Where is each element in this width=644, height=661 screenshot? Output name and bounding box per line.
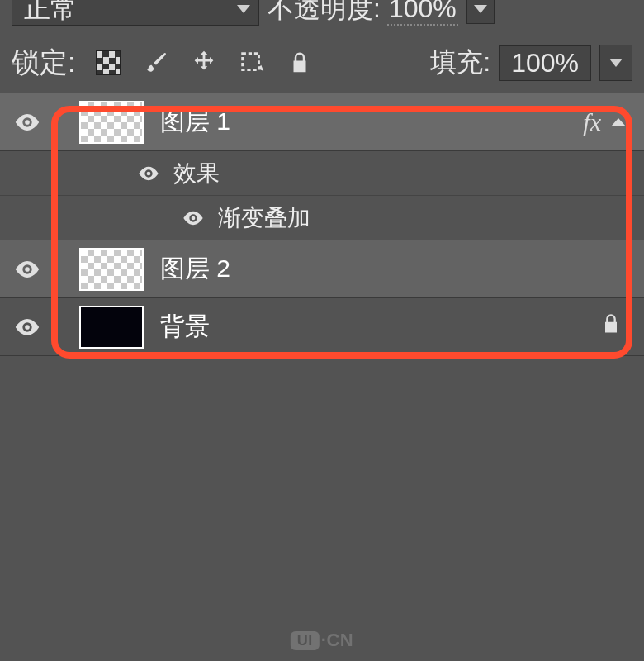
layer-row[interactable]: 背景 [0, 298, 644, 356]
layer-thumbnail[interactable] [79, 248, 144, 291]
lock-icon [287, 50, 312, 75]
effects-label: 效果 [173, 158, 220, 189]
eye-icon [13, 255, 41, 283]
lock-transparent-button[interactable] [93, 48, 123, 78]
fx-badge[interactable]: fx [583, 108, 601, 136]
artboard-icon [238, 49, 266, 77]
eye-icon [13, 313, 41, 341]
lock-artboard-button[interactable] [237, 48, 267, 78]
layer-name[interactable]: 背景 [160, 310, 599, 344]
chevron-up-icon[interactable] [611, 118, 626, 126]
effect-item-label: 渐变叠加 [218, 202, 310, 234]
layer-name[interactable]: 图层 1 [160, 105, 583, 139]
eye-icon[interactable] [182, 207, 205, 230]
brush-icon [143, 50, 169, 76]
lock-position-button[interactable] [189, 48, 219, 78]
blend-mode-dropdown[interactable]: 正常 [12, 0, 259, 26]
fill-stepper[interactable] [599, 45, 632, 81]
lock-label: 锁定: [12, 44, 75, 82]
layers-panel: 正常 不透明度: 100% 锁定: 填充: [0, 0, 644, 661]
lock-row: 锁定: 填充: 100% [0, 35, 644, 93]
layer-row[interactable]: 图层 1 fx [0, 93, 644, 151]
lock-image-button[interactable] [141, 48, 171, 78]
chevron-down-icon [237, 5, 250, 13]
move-icon [190, 49, 218, 77]
fill-section: 填充: 100% [430, 45, 632, 81]
layer-thumbnail[interactable] [79, 101, 144, 144]
eye-icon [13, 108, 41, 136]
lock-all-button[interactable] [285, 48, 315, 78]
blend-mode-value: 正常 [24, 0, 77, 27]
layer-list: 图层 1 fx 效果 渐变叠加 图层 2 [0, 93, 644, 356]
layer-lock-indicator[interactable] [599, 312, 623, 341]
layer-thumbnail[interactable] [79, 306, 144, 349]
layer-row[interactable]: 图层 2 [0, 240, 644, 298]
eye-icon[interactable] [137, 162, 160, 185]
opacity-label: 不透明度: [268, 0, 381, 27]
chevron-down-icon [474, 5, 487, 13]
chevron-down-icon [609, 59, 623, 67]
opacity-stepper[interactable] [466, 0, 495, 24]
fill-label: 填充: [430, 45, 490, 81]
visibility-toggle[interactable] [0, 108, 54, 136]
lock-icon [599, 312, 623, 335]
watermark: UI·CN [291, 630, 353, 651]
fill-value[interactable]: 100% [499, 45, 591, 81]
opacity-value[interactable]: 100% [387, 0, 458, 26]
effects-header-row[interactable]: 效果 [0, 151, 644, 196]
visibility-toggle[interactable] [0, 313, 54, 341]
checker-icon [96, 50, 121, 75]
opacity-section: 不透明度: 100% [268, 0, 458, 27]
layer-name[interactable]: 图层 2 [160, 252, 644, 286]
blend-opacity-row: 正常 不透明度: 100% [0, 0, 644, 35]
effect-item-row[interactable]: 渐变叠加 [0, 196, 644, 240]
visibility-toggle[interactable] [0, 255, 54, 283]
